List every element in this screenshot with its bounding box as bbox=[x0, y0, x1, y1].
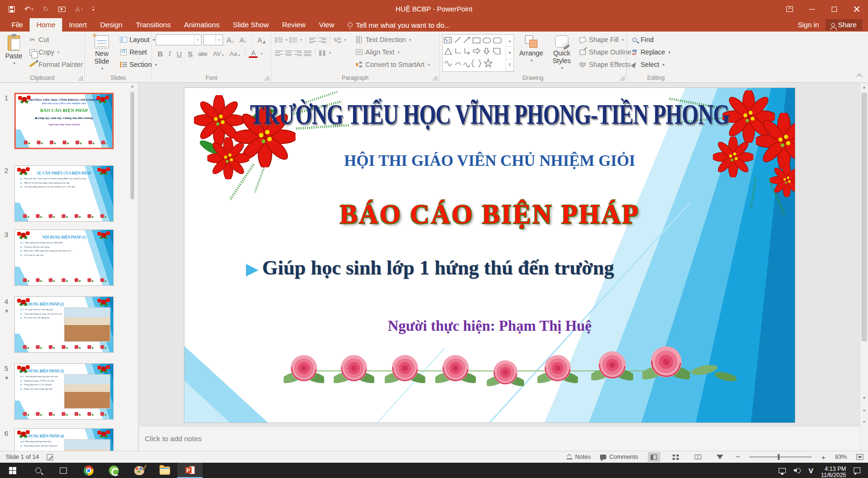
unikey-tray-icon[interactable]: V bbox=[808, 467, 813, 475]
tab-file[interactable]: File bbox=[5, 18, 30, 32]
slide-canvas[interactable]: TRƯỜNG TIỂU HỌC VĨNH PHONG-TIỀN PHONG HỘ… bbox=[184, 87, 795, 423]
tab-insert[interactable]: Insert bbox=[62, 18, 94, 32]
shape-gallery[interactable]: ▲▼⊽ bbox=[442, 34, 514, 72]
tab-design[interactable]: Design bbox=[94, 18, 129, 32]
slide-subtitle[interactable]: ▶Giúp học sinh lớp 1 hứng thú đến trường bbox=[184, 256, 735, 279]
slide-contest-title[interactable]: HỘI THI GIÁO VIÊN CHỦ NHIỆM GIỎI bbox=[184, 152, 795, 170]
sign-in-link[interactable]: Sign in bbox=[798, 21, 819, 29]
convert-smartart-button[interactable]: Convert to SmartArt▾ bbox=[354, 58, 432, 71]
paste-button[interactable]: Paste▾ bbox=[2, 33, 26, 74]
tellme-box[interactable]: Tell me what you want to do... bbox=[341, 18, 457, 32]
character-spacing-button[interactable]: AV▾ bbox=[211, 50, 225, 57]
zoom-slider-thumb[interactable] bbox=[778, 454, 780, 460]
justify-icon[interactable] bbox=[304, 49, 311, 57]
volume-icon[interactable] bbox=[793, 468, 801, 473]
undo-icon[interactable]: ↶▾ bbox=[24, 5, 33, 13]
network-icon[interactable] bbox=[779, 468, 786, 473]
clipboard-dialog-launcher[interactable] bbox=[78, 76, 83, 80]
customize-qat-icon[interactable]: ▾ bbox=[92, 7, 94, 12]
slide-thumbnail-5[interactable]: NỘI DUNG BIỆN PHÁP (3)▶3. Gây hứng thú q… bbox=[14, 363, 114, 420]
zoom-out-icon[interactable]: − bbox=[736, 453, 740, 461]
replace-button[interactable]: abacReplace▾ bbox=[629, 46, 672, 58]
slide-thumbnail-3[interactable]: NỘI DUNG BIỆN PHÁP (1)▶1. Xây dựng môi t… bbox=[14, 229, 114, 286]
slide-school-title[interactable]: TRƯỜNG TIỂU HỌC VĨNH PHONG-TIỀN PHONG bbox=[184, 98, 795, 131]
minimize-icon[interactable] bbox=[801, 0, 823, 18]
spellcheck-icon[interactable] bbox=[47, 454, 53, 460]
drawing-dialog-launcher[interactable] bbox=[620, 76, 624, 80]
close-icon[interactable] bbox=[846, 0, 868, 18]
notes-toggle[interactable]: Notes bbox=[567, 454, 591, 460]
bold-button[interactable]: B bbox=[156, 50, 165, 58]
format-painter-button[interactable]: Format Painter bbox=[27, 58, 85, 71]
grow-font-button[interactable]: A˄ bbox=[225, 36, 236, 44]
taskbar-paint[interactable] bbox=[127, 463, 152, 478]
restore-icon[interactable] bbox=[823, 0, 846, 18]
notes-pane[interactable]: Click to add notes bbox=[139, 426, 860, 451]
columns-icon[interactable] bbox=[319, 49, 326, 57]
normal-view-icon[interactable] bbox=[648, 452, 660, 462]
vertical-scrollbar[interactable]: ▲ ▼ ⏶ ⏷ bbox=[860, 83, 868, 451]
new-slide-button[interactable]: New Slide▾ bbox=[87, 33, 117, 74]
slide-thumbnail-6[interactable]: NỘI DUNG BIỆN PHÁP (4)▶4. Xây dựng tình … bbox=[14, 428, 114, 451]
align-left-icon[interactable] bbox=[275, 49, 283, 57]
previous-slide-icon[interactable]: ⏶ bbox=[860, 406, 868, 414]
zoom-level[interactable]: 83% bbox=[835, 454, 847, 460]
slide-sorter-icon[interactable] bbox=[670, 452, 682, 462]
tab-home[interactable]: Home bbox=[30, 18, 62, 32]
slideshow-icon[interactable] bbox=[714, 452, 726, 462]
font-color-button[interactable]: A bbox=[249, 50, 257, 58]
tab-review[interactable]: Review bbox=[275, 18, 312, 32]
slide-author[interactable]: Người thực hiện: Phạm Thị Huệ bbox=[184, 317, 795, 335]
taskbar-coccoc[interactable] bbox=[101, 463, 127, 478]
text-shadow-button[interactable]: S bbox=[186, 50, 194, 58]
decrease-indent-icon[interactable] bbox=[309, 36, 317, 44]
scrollbar-thumb[interactable] bbox=[861, 93, 867, 341]
ribbon-display-options-icon[interactable] bbox=[778, 0, 801, 18]
taskbar-powerpoint[interactable]: P bbox=[177, 463, 203, 478]
taskbar-clock[interactable]: 4:13 PM 11/6/2025 bbox=[821, 466, 847, 478]
align-center-icon[interactable] bbox=[285, 49, 292, 57]
start-button[interactable] bbox=[0, 463, 25, 478]
fit-slide-icon[interactable] bbox=[857, 454, 863, 460]
taskbar-search[interactable] bbox=[25, 463, 51, 478]
tab-animations[interactable]: Animations bbox=[177, 18, 226, 32]
save-icon[interactable] bbox=[9, 6, 15, 12]
next-slide-icon[interactable]: ⏷ bbox=[860, 418, 868, 426]
find-button[interactable]: Find bbox=[629, 33, 672, 46]
shape-gallery-scroll[interactable]: ▲▼⊽ bbox=[505, 35, 514, 71]
line-spacing-icon[interactable]: ⇅ bbox=[333, 36, 341, 44]
slide-thumbnail-4[interactable]: NỘI DUNG BIỆN PHÁP (2)▶2. Tổ chức đón họ… bbox=[14, 296, 114, 353]
task-view-button[interactable] bbox=[51, 463, 76, 478]
action-center-icon[interactable] bbox=[854, 467, 860, 473]
slide-report-title[interactable]: BÁO CÁO BIỆN PHÁP bbox=[184, 199, 795, 229]
taskbar-chrome[interactable] bbox=[76, 463, 101, 478]
collapse-ribbon-icon[interactable] bbox=[857, 74, 862, 79]
share-button[interactable]: Share bbox=[825, 19, 862, 31]
bullets-icon[interactable] bbox=[275, 36, 283, 44]
font-style-icon[interactable]: A▾ bbox=[75, 5, 83, 13]
reading-view-icon[interactable] bbox=[692, 452, 704, 462]
comments-toggle[interactable]: Comments bbox=[600, 454, 638, 460]
tab-transitions[interactable]: Transitions bbox=[129, 18, 177, 32]
cut-button[interactable]: ✂Cut bbox=[27, 33, 85, 46]
taskbar-file-explorer[interactable] bbox=[152, 463, 177, 478]
quick-styles-button[interactable]: Quick Styles▾ bbox=[547, 33, 576, 74]
slide-thumbnail-2[interactable]: SỰ CẦN THIẾT CỦA BIỆN PHÁP▶- Học sinh lớ… bbox=[14, 165, 114, 222]
copy-button[interactable]: Copy▾ bbox=[27, 46, 85, 58]
numbering-icon[interactable] bbox=[289, 36, 297, 44]
paragraph-dialog-launcher[interactable] bbox=[433, 76, 437, 80]
thumbnail-scrollbar[interactable]: ▲ bbox=[129, 84, 135, 450]
font-size-combo[interactable]: ▾ bbox=[204, 34, 223, 45]
clear-formatting-button[interactable]: A◢ bbox=[256, 36, 267, 44]
text-direction-button[interactable]: Text Direction▾ bbox=[354, 33, 432, 46]
align-text-button[interactable]: Align Text▾ bbox=[354, 46, 432, 58]
scroll-up-icon[interactable]: ▲ bbox=[860, 83, 868, 91]
increase-indent-icon[interactable] bbox=[319, 36, 326, 44]
start-slideshow-icon[interactable] bbox=[58, 7, 65, 12]
font-name-combo[interactable]: ▾ bbox=[156, 34, 202, 45]
strikethrough-button[interactable]: abc bbox=[196, 51, 209, 57]
arrange-button[interactable]: Arrange▾ bbox=[516, 33, 547, 74]
zoom-in-icon[interactable]: + bbox=[821, 453, 825, 461]
italic-button[interactable]: I bbox=[167, 50, 173, 58]
tab-view[interactable]: View bbox=[312, 18, 341, 32]
